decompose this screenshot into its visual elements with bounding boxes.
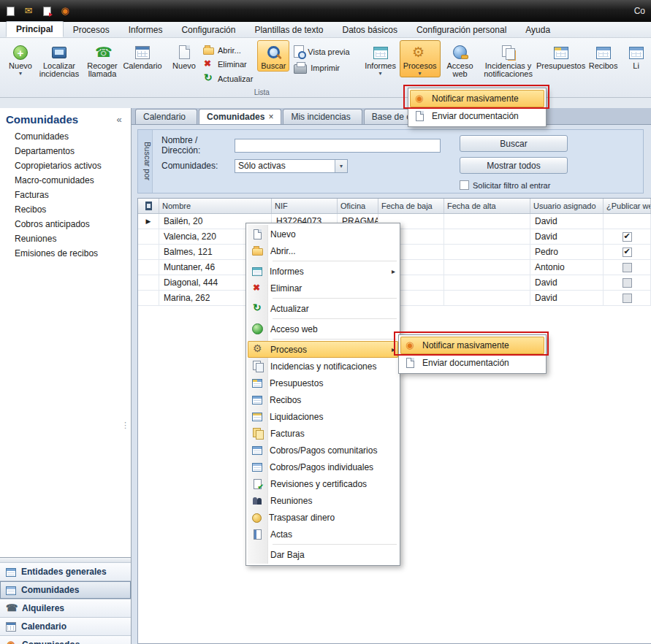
recoger-llamada-button[interactable]: Recoger llamada [82, 40, 123, 80]
calendario-button[interactable]: Calendario [123, 40, 162, 72]
nav-item[interactable]: Comunidades [0, 580, 131, 599]
document-tab[interactable]: Comunidades × [199, 109, 281, 124]
lista-nuevo-button[interactable]: Nuevo [170, 40, 199, 72]
close-tab-icon[interactable]: × [268, 112, 273, 122]
recibos-button[interactable]: Recibos [585, 40, 622, 72]
abrir-button[interactable]: Abrir... [201, 45, 255, 55]
context-menu-item[interactable]: Nuevo [248, 226, 398, 242]
procesos-submenu: Notificar masivamente Enviar documentaci… [398, 334, 547, 374]
ribbon-tab[interactable]: Datos básicos [333, 23, 407, 37]
collapse-sidebar-button[interactable]: « [113, 114, 125, 125]
actualizar-button[interactable]: Actualizar [201, 72, 255, 85]
sidebar-item[interactable]: Copropietarios activos [0, 158, 131, 173]
ribbon-tab[interactable]: Informes [119, 23, 172, 37]
nuevo-button[interactable]: Nuevo ▾ [4, 40, 37, 77]
context-menu-item[interactable]: Traspasar dinero [248, 509, 398, 526]
localizar-incidencias-button[interactable]: Localizar incidencias [37, 40, 82, 80]
nav-item[interactable]: Comunicados [0, 635, 131, 644]
buscar-panel-button[interactable]: Buscar [460, 135, 568, 152]
send-page-icon[interactable] [41, 5, 53, 17]
ribbon-tab[interactable]: Plantillas de texto [245, 23, 332, 37]
context-menu-item[interactable]: Eliminar [248, 280, 398, 296]
context-menu-item[interactable]: Reuniones [248, 492, 398, 509]
sidebar-item[interactable]: Cobros anticipados [0, 217, 131, 231]
context-menu-item[interactable]: Facturas [248, 425, 398, 442]
sidebar-item[interactable]: Facturas [0, 188, 131, 202]
context-menu-item[interactable]: Presupuestos [248, 375, 398, 391]
context-menu-item[interactable]: Recibos [248, 391, 398, 408]
context-menu-item[interactable]: Informes ▸ [248, 263, 398, 280]
context-menu-item[interactable]: Procesos ▸ [248, 341, 398, 358]
eliminar-button[interactable]: Eliminar [201, 58, 255, 70]
incidencias-notificaciones-button[interactable]: Incidencias y notificaciones [480, 40, 537, 80]
sidebar-item[interactable]: Recibos [0, 202, 131, 217]
imprimir-button[interactable]: Imprimir [292, 61, 351, 74]
new-icon [13, 45, 28, 60]
nav-grip[interactable] [0, 557, 131, 562]
vista-previa-button[interactable]: Vista previa [292, 45, 351, 58]
ribbon-tab[interactable]: Principal [6, 21, 64, 37]
combo-arrow-icon[interactable]: ▾ [335, 160, 347, 172]
acceso-web-button[interactable]: Acceso web [441, 40, 480, 80]
context-menu-item[interactable]: Actualizar [248, 300, 398, 317]
broadcast-icon[interactable]: ◉ [59, 5, 71, 17]
sidebar-item[interactable]: Departamentos [0, 144, 131, 158]
ribbon-tab[interactable]: Configuración [172, 23, 245, 37]
search-panel: Buscar por Nombre / Dirección: Comunidad… [137, 129, 644, 193]
nav-item[interactable]: Alquileres [0, 599, 131, 617]
context-menu-item[interactable]: Cobros/Pagos individuales [248, 459, 398, 475]
submenu-item[interactable]: Enviar documentación [400, 354, 544, 372]
informes-button[interactable]: Informes ▾ [362, 40, 400, 77]
column-header-fecha-baja[interactable]: Fecha de baja [378, 199, 444, 213]
cell-usuario: Pedro [530, 245, 604, 259]
column-header-nif[interactable]: NIF [272, 199, 338, 213]
context-menu-item[interactable]: Revisiones y certificados [248, 475, 398, 492]
new-document-icon[interactable] [4, 5, 16, 17]
ribbon-tab[interactable]: Procesos [64, 23, 119, 37]
context-menu-item[interactable]: Acceso web [248, 321, 398, 337]
context-menu-item[interactable]: Liquidaciones [248, 408, 398, 425]
publicar-web-checkbox[interactable] [623, 263, 632, 272]
context-menu-item[interactable]: Cobros/Pagos comunitarios [248, 442, 398, 459]
sidebar-item[interactable]: Reuniones [0, 231, 131, 246]
column-header-fecha-alta[interactable]: Fecha de alta [444, 199, 530, 213]
column-header-publicar-web[interactable]: ¿Publicar web [604, 199, 651, 213]
publicar-web-checkbox[interactable] [623, 248, 632, 257]
dropdown-item[interactable]: Enviar documentación [410, 107, 544, 125]
context-menu-item[interactable]: Abrir... [248, 242, 398, 259]
column-icon [145, 202, 152, 210]
buscar-button[interactable]: Buscar [257, 40, 289, 72]
mostrar-todos-button[interactable]: Mostrar todos [460, 157, 568, 174]
liquidaciones-button-cut[interactable]: Li [622, 40, 651, 72]
ribbon-tab[interactable]: Configuración personal [407, 23, 516, 37]
submenu-item[interactable]: Notificar masivamente [400, 337, 544, 354]
publicar-web-checkbox[interactable] [623, 232, 632, 242]
column-header-nombre[interactable]: Nombre [159, 199, 272, 213]
sidebar-item[interactable]: Comunidades [0, 129, 131, 144]
column-header-icon-cell[interactable] [138, 199, 159, 213]
communities-select[interactable]: Sólo activas ▾ [235, 159, 348, 173]
column-header-usuario[interactable]: Usuario asignado [530, 199, 604, 213]
publicar-web-checkbox[interactable] [623, 278, 632, 288]
presupuestos-button[interactable]: Presupuestos [537, 40, 585, 72]
sidebar-item[interactable]: Macro-comunidades [0, 173, 131, 188]
procesos-button[interactable]: Procesos ▾ [400, 40, 441, 77]
publicar-web-checkbox[interactable] [623, 294, 632, 303]
document-tab[interactable]: Mis incidencias [283, 109, 362, 124]
column-header-oficina[interactable]: Oficina [338, 199, 378, 213]
nav-item[interactable]: Entidades generales [0, 562, 131, 580]
ribbon-tab[interactable]: Ayuda [516, 23, 560, 37]
name-address-input[interactable] [235, 139, 441, 153]
nav-item[interactable]: Calendario [0, 617, 131, 635]
splitter-grip-icon[interactable]: ⋮ [121, 421, 129, 430]
context-menu-item[interactable]: Actas [248, 526, 398, 543]
context-menu-item[interactable]: Incidencias y notificaciones [248, 358, 398, 375]
delete-icon [203, 58, 214, 69]
dropdown-item[interactable]: Notificar masivamente [410, 90, 544, 107]
mail-icon[interactable]: ✉ [23, 5, 34, 17]
filter-checkbox[interactable] [460, 180, 469, 190]
context-menu-item[interactable]: Dar Baja [248, 546, 398, 563]
sidebar-item[interactable]: Emisiones de recibos [0, 246, 131, 261]
document-tab[interactable]: Calendario [135, 109, 197, 124]
cell-publicar-web [604, 229, 651, 244]
